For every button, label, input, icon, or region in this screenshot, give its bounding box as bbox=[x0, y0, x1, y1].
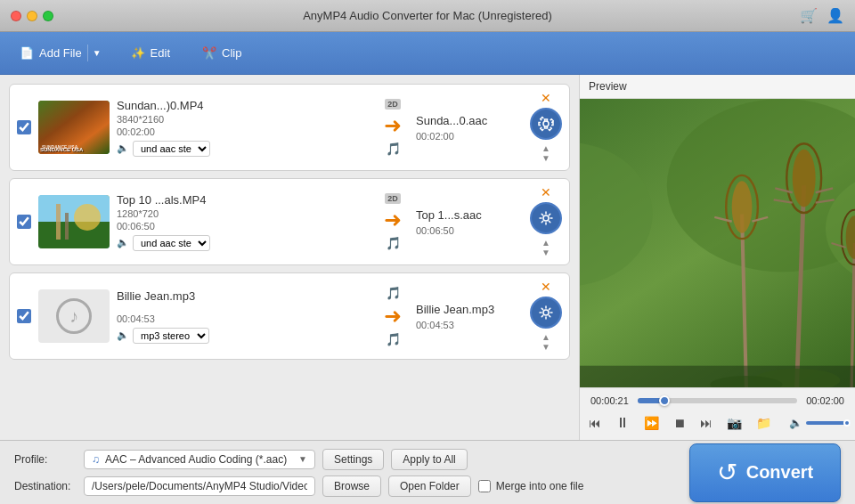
file-duration-3: 00:04:53 bbox=[117, 313, 370, 324]
browse-button[interactable]: Browse bbox=[322, 476, 381, 497]
minimize-button[interactable] bbox=[27, 11, 37, 21]
main-content: SUNDANCE USA Sundan...)0.MP4 3840*2160 0… bbox=[0, 75, 855, 440]
volume-icon-ctrl: 🔈 bbox=[789, 417, 802, 429]
item-actions-3: ✕ ▲▼ bbox=[530, 280, 562, 352]
add-file-button[interactable]: 📄 Add File bbox=[14, 43, 87, 63]
arrow-section-3: 🎵 ➜ 🎵 bbox=[377, 286, 409, 346]
settings-icon-1 bbox=[532, 110, 560, 138]
merge-section: Merge into one file bbox=[478, 480, 584, 492]
window-title: AnyMP4 Audio Converter for Mac (Unregist… bbox=[303, 9, 552, 22]
add-file-dropdown-arrow[interactable]: ▼ bbox=[87, 45, 106, 61]
item-close-1[interactable]: ✕ bbox=[541, 92, 551, 104]
item-settings-2[interactable] bbox=[530, 202, 562, 234]
audio-dropdown-3[interactable]: mp3 stereo bbox=[133, 328, 209, 344]
file-audio-3: 🔈 mp3 stereo bbox=[117, 328, 370, 344]
item-close-3[interactable]: ✕ bbox=[541, 280, 551, 293]
scroll-arrows-1[interactable]: ▲▼ bbox=[542, 143, 550, 163]
file-duration-2: 00:06:50 bbox=[117, 221, 370, 232]
settings-button[interactable]: Settings bbox=[322, 449, 384, 470]
convert-arrow-3: ➜ bbox=[384, 304, 402, 329]
clip-button[interactable]: ✂️ Clip bbox=[195, 43, 248, 63]
file-checkbox-3[interactable] bbox=[17, 309, 31, 323]
folder-button[interactable]: 📁 bbox=[753, 414, 775, 432]
clip-icon: ✂️ bbox=[202, 46, 216, 60]
file-thumbnail-1: SUNDANCE USA bbox=[38, 101, 110, 154]
destination-input[interactable] bbox=[84, 476, 315, 496]
svg-rect-30 bbox=[580, 366, 855, 387]
skip-forward-button[interactable]: ⏭ bbox=[696, 414, 716, 432]
volume-bar[interactable] bbox=[806, 421, 851, 425]
time-total: 00:02:00 bbox=[804, 395, 844, 406]
svg-text:SUNDANCE USA: SUNDANCE USA bbox=[42, 144, 78, 150]
scroll-arrows-3[interactable]: ▲▼ bbox=[542, 332, 550, 352]
merge-checkbox[interactable] bbox=[478, 480, 491, 492]
preview-controls: 00:00:21 00:02:00 ⏮ ⏸ ⏩ ⏹ ⏭ 📷 📁 🔈 bbox=[580, 387, 855, 440]
svg-rect-5 bbox=[56, 204, 61, 240]
volume-section: 🔈 bbox=[789, 417, 851, 429]
svg-point-19 bbox=[732, 181, 753, 232]
edit-label: Edit bbox=[151, 46, 170, 60]
convert-arrow-2: ➜ bbox=[384, 207, 402, 232]
file-info-3: Billie Jean.mp3 00:04:53 🔈 mp3 stereo bbox=[117, 289, 370, 344]
convert-button[interactable]: ↺ Convert bbox=[689, 443, 841, 502]
open-folder-button[interactable]: Open Folder bbox=[388, 476, 471, 497]
progress-thumb bbox=[659, 395, 670, 406]
fast-forward-button[interactable]: ⏩ bbox=[640, 414, 663, 432]
table-row: Top 10 ...als.MP4 1280*720 00:06:50 🔈 un… bbox=[9, 178, 570, 265]
file-name-3: Billie Jean.mp3 bbox=[117, 289, 370, 303]
item-actions-1: ✕ ▲▼ bbox=[530, 92, 562, 163]
file-info-2: Top 10 ...als.MP4 1280*720 00:06:50 🔈 un… bbox=[117, 193, 370, 251]
file-duration-1: 00:02:00 bbox=[117, 126, 370, 137]
bottom-left: Profile: ♫ AAC – Advanced Audio Coding (… bbox=[14, 449, 682, 497]
maximize-button[interactable] bbox=[43, 11, 53, 21]
music-note-icon: ♪ bbox=[56, 298, 92, 334]
profile-dropdown-arrow: ▼ bbox=[298, 454, 307, 464]
file-checkbox-2[interactable] bbox=[17, 215, 31, 229]
convert-arrow-1: ➜ bbox=[384, 113, 402, 138]
title-bar: AnyMP4 Audio Converter for Mac (Unregist… bbox=[0, 0, 855, 32]
item-close-2[interactable]: ✕ bbox=[541, 186, 551, 199]
convert-icon: ↺ bbox=[717, 458, 737, 487]
cart-icon[interactable]: 🛒 bbox=[800, 7, 818, 24]
settings-icon-3 bbox=[532, 298, 560, 327]
audio-format-icon-1: 🎵 bbox=[386, 142, 401, 156]
table-row: ♪ Billie Jean.mp3 00:04:53 🔈 mp3 stereo … bbox=[9, 272, 570, 360]
profile-icon: ♫ bbox=[92, 453, 100, 466]
svg-rect-3 bbox=[38, 222, 110, 248]
stop-button[interactable]: ⏹ bbox=[670, 414, 689, 432]
file-checkbox-1[interactable] bbox=[17, 120, 31, 134]
output-name-1: Sunda...0.aac bbox=[416, 114, 523, 127]
output-duration-3: 00:04:53 bbox=[416, 320, 523, 330]
screenshot-button[interactable]: 📷 bbox=[723, 414, 745, 432]
user-icon[interactable]: 👤 bbox=[826, 7, 844, 24]
audio-dropdown-2[interactable]: und aac ste bbox=[133, 235, 210, 251]
file-resolution-2: 1280*720 bbox=[117, 208, 370, 219]
audio-dropdown-1[interactable]: und aac ste bbox=[133, 141, 210, 157]
skip-back-button[interactable]: ⏮ bbox=[585, 414, 605, 432]
arrow-section-1: 2D ➜ 🎵 bbox=[377, 99, 409, 156]
badge-2d-1: 2D bbox=[385, 99, 401, 110]
bottom-bar: Profile: ♫ AAC – Advanced Audio Coding (… bbox=[0, 440, 855, 504]
item-settings-3[interactable] bbox=[530, 297, 562, 329]
add-file-label: Add File bbox=[39, 46, 82, 60]
control-buttons: ⏮ ⏸ ⏩ ⏹ ⏭ 📷 📁 🔈 bbox=[590, 413, 844, 433]
file-audio-2: 🔈 und aac ste bbox=[117, 235, 370, 251]
edit-button[interactable]: ✨ Edit bbox=[124, 43, 177, 63]
format-icons-2: 2D bbox=[385, 193, 401, 204]
preview-video bbox=[580, 99, 855, 387]
play-pause-button[interactable]: ⏸ bbox=[612, 413, 633, 433]
volume-icon: 🔈 bbox=[117, 142, 129, 154]
close-button[interactable] bbox=[11, 11, 21, 21]
progress-bar[interactable] bbox=[638, 398, 797, 403]
scroll-arrows-2[interactable]: ▲▼ bbox=[542, 238, 550, 257]
profile-label: Profile: bbox=[14, 453, 77, 466]
edit-icon: ✨ bbox=[131, 46, 145, 60]
toolbar: 📄 Add File ▼ ✨ Edit ✂️ Clip bbox=[0, 32, 855, 75]
item-settings-1[interactable] bbox=[530, 108, 562, 140]
apply-all-button[interactable]: Apply to All bbox=[391, 449, 467, 470]
profile-select[interactable]: ♫ AAC – Advanced Audio Coding (*.aac) ▼ bbox=[84, 450, 315, 469]
badge-2d-2: 2D bbox=[385, 193, 401, 204]
volume-icon-2: 🔈 bbox=[117, 237, 129, 248]
file-audio-1: 🔈 und aac ste bbox=[117, 141, 370, 157]
profile-value: AAC – Advanced Audio Coding (*.aac) bbox=[105, 453, 293, 466]
